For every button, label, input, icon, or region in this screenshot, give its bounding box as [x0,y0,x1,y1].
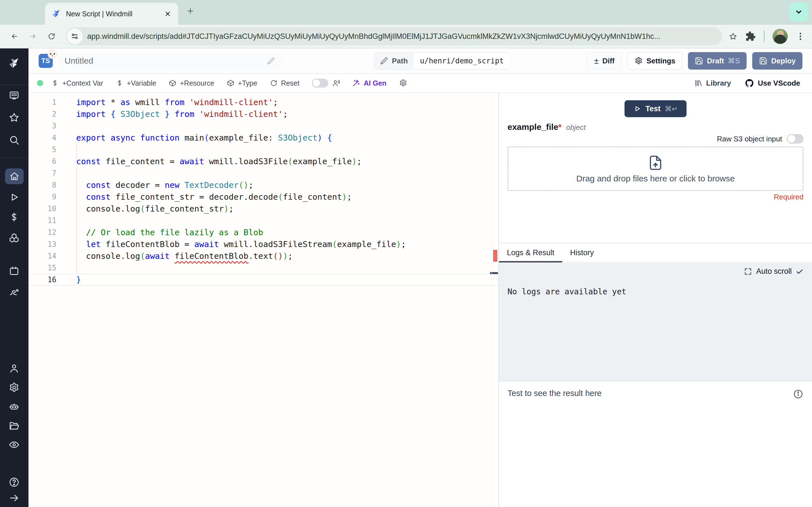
code-line-7[interactable]: 7 [29,167,499,179]
sidebar-item-settings[interactable] [8,381,20,394]
sidebar-item-workspace[interactable] [8,89,20,101]
code-text: console.log(file_content_str); [76,203,234,215]
eye-icon [8,439,20,450]
deploy-button[interactable]: Deploy [752,52,802,69]
code-line-15[interactable]: 15 [29,262,499,274]
action-variable-button[interactable]: +Variable [116,79,156,87]
browser-tab[interactable]: New Script | Windmill [45,3,178,25]
code-editor[interactable]: 1import * as wmill from 'windmill-client… [29,93,499,507]
line-number: 16 [29,274,56,285]
diff-button[interactable]: ± Diff [587,52,622,69]
path-value: u/henri/demo_script [414,52,510,69]
chevron-down-icon [794,7,804,17]
code-line-6[interactable]: 6const file_content = await wmill.loadS3… [29,156,499,167]
multiplayer-toggle[interactable] [312,78,328,88]
extensions-icon[interactable] [745,31,756,42]
sidebar-item-favorites[interactable] [8,111,20,124]
code-line-16[interactable]: 16} [29,274,499,286]
avatar[interactable] [772,29,788,44]
calendar-icon [8,265,20,277]
ai-gen-button[interactable]: AI Gen [352,79,387,87]
sidebar-item-home[interactable] [5,168,24,184]
draft-button[interactable]: Draft ⌘S [688,52,747,69]
file-dropzone[interactable]: Drag and drop files here or click to bro… [507,147,804,191]
code-line-14[interactable]: 14 console.log(await fileContentBlob.tex… [29,250,499,262]
action-contextvar-button[interactable]: +Context Var [51,79,103,87]
action-reset-button[interactable]: Reset [270,79,299,87]
url-bar[interactable]: app.windmill.dev/scripts/add#JTdCJTIyaGF… [65,27,722,45]
code-line-12[interactable]: 12 // Or load the file lazily as a Blob [29,226,499,238]
reload-icon[interactable] [47,32,56,41]
windmill-favicon-icon [51,9,61,19]
use-vscode-button[interactable]: Use VScode [745,78,800,88]
new-tab-icon[interactable] [186,7,195,15]
code-line-10[interactable]: 10 console.log(file_content_str); [29,203,499,215]
sidebar-item-workers[interactable] [8,400,20,413]
sidebar-item-variables[interactable] [8,211,20,223]
auto-scroll-label[interactable]: Auto scroll [756,267,792,276]
home-icon [9,171,20,182]
code-line-13[interactable]: 13 let fileContentBlob = await wmill.loa… [29,238,499,250]
connection-status-dot [37,80,43,86]
code-line-5[interactable]: 5 [29,144,499,156]
bookmark-star-icon[interactable] [729,32,737,41]
browser-menu-icon[interactable] [796,32,805,41]
code-text: import * as wmill from 'windmill-client'… [76,96,278,108]
info-icon[interactable] [793,389,804,399]
script-title-field[interactable]: Untitled [58,52,281,69]
settings-button[interactable]: Settings [627,52,682,69]
code-line-9[interactable]: 9 const file_content_str = decoder.decod… [29,191,499,203]
action-resource-button[interactable]: +Resource [168,79,214,87]
browser-toolbar: app.windmill.dev/scripts/add#JTdCJTIyaGF… [0,25,812,48]
sidebar-item-help[interactable] [8,476,20,489]
action-type-button[interactable]: +Type [227,79,257,87]
url-text: app.windmill.dev/scripts/add#JTdCJTIyaGF… [87,32,660,41]
code-line-3[interactable]: 3 [29,120,499,132]
editor-scroll-gutter [492,93,492,507]
sidebar-item-search[interactable] [8,134,20,146]
edit-title-pencil-icon[interactable] [267,57,275,65]
line-number: 7 [29,167,56,179]
expand-icon[interactable] [744,267,752,276]
sidebar-item-flows[interactable] [8,286,20,298]
sidebar-item-folders[interactable] [8,419,20,432]
sidebar-item-account[interactable] [8,362,20,375]
code-line-1[interactable]: 1import * as wmill from 'windmill-client… [29,96,499,108]
play-icon [8,191,20,203]
code-line-4[interactable]: 4export async function main(example_file… [29,132,499,144]
chevron-down-button[interactable] [790,3,808,21]
tab-logs-result[interactable]: Logs & Result [499,243,562,262]
code-line-8[interactable]: 8 const decoder = new TextDecoder(); [29,179,499,191]
folder-icon [8,420,20,431]
action-label: Reset [281,79,299,87]
editor-settings-gear-icon[interactable] [399,79,407,87]
package-icon [227,79,235,87]
line-number: 12 [29,226,56,238]
help-icon [8,476,20,488]
plus-minus-icon: ± [594,57,599,65]
sidebar-item-audit-logs[interactable] [8,439,20,451]
tab-close-icon[interactable] [163,10,172,18]
library-button[interactable]: Library [694,79,731,88]
sidebar-item-runs[interactable] [8,191,20,203]
profile-separator [764,31,765,42]
site-settings-icon[interactable] [67,29,83,44]
path-group[interactable]: Path u/henri/demo_script [374,52,510,69]
test-shortcut: ⌘↵ [665,105,678,113]
sidebar-item-resources[interactable] [8,232,20,244]
tab-history[interactable]: History [562,243,602,262]
path-label-segment[interactable]: Path [374,52,414,69]
code-line-11[interactable]: 11 [29,215,499,226]
gear-icon [635,57,643,65]
sidebar-item-expand[interactable] [8,492,20,504]
sidebar-item-schedules[interactable] [8,265,20,277]
argument-name: example_file [507,122,558,132]
back-icon[interactable] [10,32,18,41]
line-number: 3 [29,120,56,132]
required-hint: Required [507,193,804,202]
forward-icon[interactable] [29,32,37,41]
tab-label: Logs & Result [507,248,554,257]
code-line-2[interactable]: 2import { S3Object } from 'windmill-clie… [29,108,499,120]
test-button[interactable]: Test ⌘↵ [624,100,687,117]
raw-s3-toggle[interactable] [786,134,804,144]
